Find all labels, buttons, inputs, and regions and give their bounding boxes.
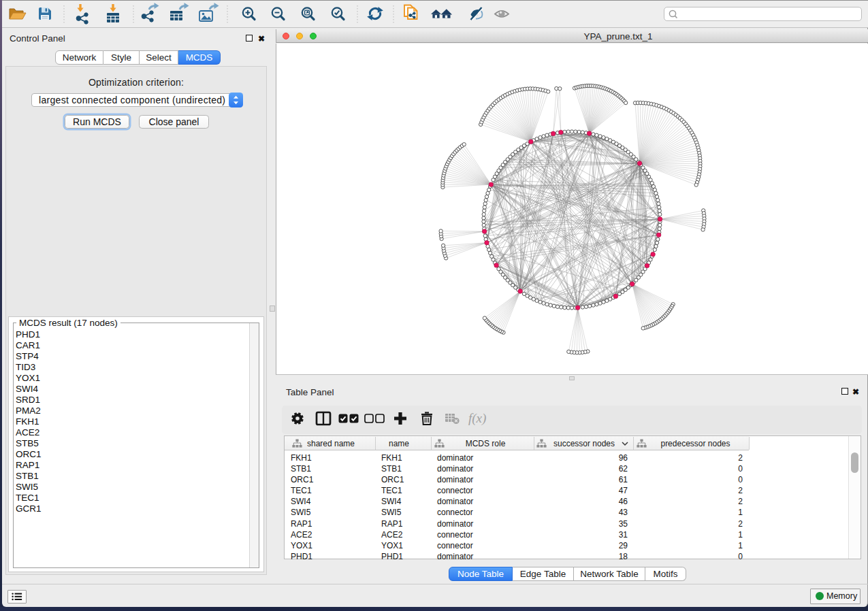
svg-text:f(x): f(x)	[468, 411, 486, 426]
